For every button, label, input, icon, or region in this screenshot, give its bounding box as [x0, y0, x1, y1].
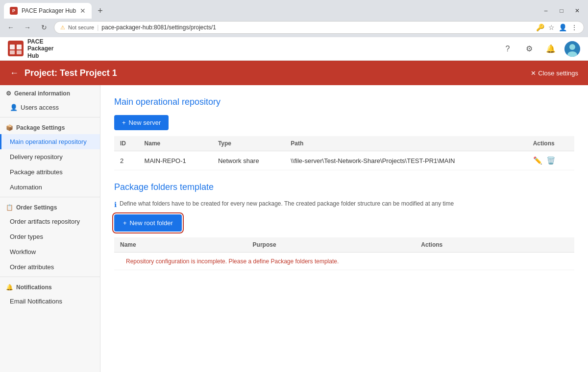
browser-addressbar: ← → ↻ ⚠ Not secure | pace-packager-hub:8… — [0, 19, 588, 37]
order-section-icon: 📋 — [6, 204, 13, 211]
sidebar-section-package: 📦 Package Settings — [0, 119, 100, 134]
back-arrow-icon[interactable]: ← — [10, 68, 19, 78]
servers-table: ID Name Type Path Actions 2 MAIN-REPO-1 … — [114, 136, 574, 170]
folders-table: Name Purpose Actions Repository configur… — [114, 237, 574, 270]
sidebar-item-users[interactable]: 👤 Users access — [0, 100, 100, 115]
sidebar-divider-3 — [0, 277, 100, 277]
key-icon[interactable]: 🔑 — [536, 23, 544, 31]
new-root-label: New root folder — [130, 219, 173, 227]
servers-table-body: 2 MAIN-REPO-1 Network share \\file-serve… — [114, 151, 574, 170]
tab-favicon: P — [10, 7, 18, 15]
browser-window: P PACE Packager Hub ✕ + – □ ✕ ← → ↻ ⚠ No… — [0, 0, 588, 372]
tab-close-btn[interactable]: ✕ — [80, 7, 86, 14]
sidebar-item-workflow[interactable]: Workflow — [0, 244, 100, 259]
content-area: Main operational repository + New server… — [100, 85, 588, 372]
not-secure-label: Not secure — [68, 24, 94, 30]
tab-title: PACE Packager Hub — [22, 7, 76, 14]
cell-type: Network share — [212, 151, 285, 170]
error-text: Repository configuration is incomplete. … — [120, 254, 344, 269]
new-server-label: New server — [129, 119, 161, 126]
col-type: Type — [212, 136, 285, 151]
sidebar-item-email-notif[interactable]: Email Notifications — [0, 294, 100, 309]
address-bar-actions: 🔑 ☆ 👤 ⋮ — [536, 23, 578, 31]
error-cell: Repository configuration is incomplete. … — [114, 253, 574, 270]
col-id: ID — [114, 136, 139, 151]
svg-rect-4 — [17, 50, 22, 54]
page-title: Project: Test Project 1 — [24, 68, 525, 78]
sidebar-divider-1 — [0, 117, 100, 117]
browser-titlebar: P PACE Packager Hub ✕ + – □ ✕ — [0, 0, 588, 19]
menu-icon[interactable]: ⋮ — [571, 23, 578, 31]
svg-rect-2 — [17, 45, 22, 49]
main-repo-title: Main operational repository — [114, 97, 574, 107]
main-layout: ⚙ General information 👤 Users access 📦 P… — [0, 85, 588, 372]
sidebar-item-main-repo[interactable]: Main operational repository — [0, 134, 100, 149]
bookmark-icon[interactable]: ☆ — [548, 23, 555, 31]
col-path: Path — [285, 136, 527, 151]
help-button[interactable]: ? — [500, 41, 515, 57]
new-tab-button[interactable]: + — [94, 4, 107, 18]
sidebar-section-order: 📋 Order Settings — [0, 199, 100, 214]
back-button[interactable]: ← — [4, 21, 18, 34]
col-actions: Actions — [527, 136, 574, 151]
logo-svg — [8, 41, 24, 56]
minimize-button[interactable]: – — [539, 6, 553, 16]
servers-table-header: ID Name Type Path Actions — [114, 136, 574, 151]
edit-icon[interactable]: ✏️ — [533, 156, 542, 165]
svg-rect-1 — [10, 45, 15, 49]
cell-actions: ✏️ 🗑️ — [527, 151, 574, 170]
forward-button[interactable]: → — [21, 21, 34, 34]
sidebar-item-package-attrs[interactable]: Package attributes — [0, 164, 100, 180]
sidebar-item-automation[interactable]: Automation — [0, 180, 100, 195]
info-icon: ℹ — [114, 201, 117, 209]
folder-col-actions: Actions — [415, 237, 574, 253]
security-icon: ⚠ — [60, 24, 65, 31]
new-server-button[interactable]: + New server — [114, 115, 169, 130]
browser-tab[interactable]: P PACE Packager Hub ✕ — [4, 3, 92, 19]
sidebar-item-order-attrs[interactable]: Order attributes — [0, 259, 100, 275]
info-text-content: Define what folders have to be created f… — [120, 200, 454, 207]
sidebar-item-order-types[interactable]: Order types — [0, 229, 100, 244]
close-settings-icon: ✕ — [531, 70, 536, 77]
delete-icon[interactable]: 🗑️ — [546, 156, 556, 165]
folders-table-body: Repository configuration is incomplete. … — [114, 253, 574, 270]
new-root-folder-button[interactable]: + New root folder — [114, 214, 182, 232]
folder-col-purpose: Purpose — [247, 237, 416, 253]
svg-rect-3 — [10, 50, 15, 54]
svg-point-6 — [569, 44, 575, 50]
new-server-plus-icon: + — [122, 119, 126, 126]
close-settings-label: Close settings — [538, 70, 578, 77]
notifications-section-icon: 🔔 — [6, 284, 13, 291]
address-bar[interactable]: ⚠ Not secure | pace-packager-hub:8081/se… — [54, 21, 584, 34]
profile-icon[interactable]: 👤 — [559, 23, 567, 31]
maximize-button[interactable]: □ — [555, 6, 568, 16]
users-icon: 👤 — [10, 104, 18, 111]
cell-name: MAIN-REPO-1 — [139, 151, 212, 170]
app-header: PACE Packager Hub ? ⚙ 🔔 — [0, 37, 588, 61]
folders-table-header: Name Purpose Actions — [114, 237, 574, 253]
package-section-icon: 📦 — [6, 124, 13, 131]
sidebar-item-order-artifacts[interactable]: Order artifacts repository — [0, 214, 100, 229]
close-button[interactable]: ✕ — [570, 6, 584, 16]
cell-id: 2 — [114, 151, 139, 170]
sidebar-item-delivery[interactable]: Delivery repository — [0, 149, 100, 164]
avatar[interactable] — [564, 41, 580, 57]
folder-col-name: Name — [114, 237, 247, 253]
settings-button[interactable]: ⚙ — [521, 41, 537, 57]
sidebar-section-general: ⚙ General information — [0, 85, 100, 100]
page-header: ← Project: Test Project 1 ✕ Close settin… — [0, 61, 588, 85]
sidebar: ⚙ General information 👤 Users access 📦 P… — [0, 85, 100, 372]
app-logo: PACE Packager Hub — [8, 38, 53, 59]
logo-text: PACE Packager Hub — [27, 38, 53, 59]
package-folders-title: Package folders template — [114, 182, 574, 192]
sidebar-section-notifications: 🔔 Notifications — [0, 279, 100, 294]
window-controls: – □ ✕ — [539, 6, 584, 16]
close-settings-button[interactable]: ✕ Close settings — [531, 70, 578, 77]
table-row: 2 MAIN-REPO-1 Network share \\file-serve… — [114, 151, 574, 170]
app-container: PACE Packager Hub ? ⚙ 🔔 ← Project: Test … — [0, 37, 588, 372]
table-row: Repository configuration is incomplete. … — [114, 253, 574, 270]
general-section-icon: ⚙ — [6, 90, 11, 97]
reload-button[interactable]: ↻ — [37, 21, 51, 34]
notifications-button[interactable]: 🔔 — [543, 41, 559, 57]
new-root-plus-icon: + — [123, 219, 127, 227]
